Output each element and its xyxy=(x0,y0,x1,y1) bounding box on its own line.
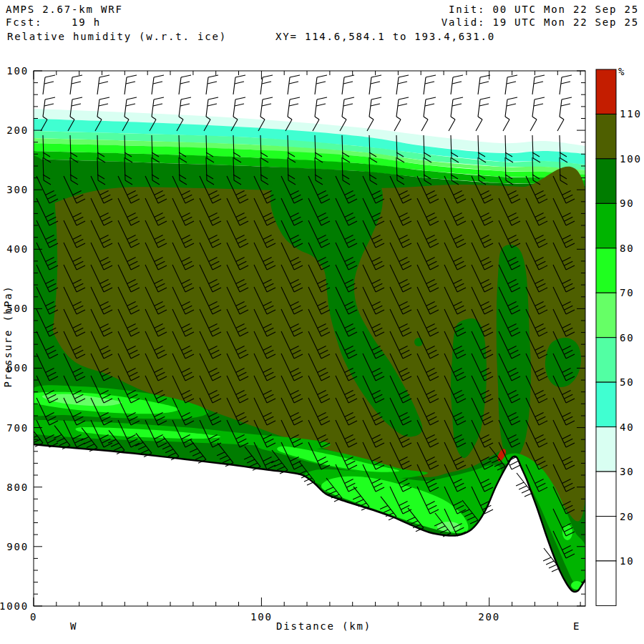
colorbar-segment xyxy=(596,338,616,382)
y-tick-label: 800 xyxy=(6,482,29,493)
colorbar-segment xyxy=(596,561,616,605)
rh-90-100-finger2 xyxy=(497,245,531,462)
east-end-label: E xyxy=(564,620,590,632)
colorbar-segment xyxy=(596,517,616,561)
colorbar-tick-label: 70 xyxy=(620,287,634,298)
colorbar-tick-label: 40 xyxy=(620,421,634,433)
colorbar-segment xyxy=(596,114,616,158)
y-tick-label: 400 xyxy=(6,243,29,255)
x-tick-label: 100 xyxy=(250,611,273,623)
colorbar-tick-label: 30 xyxy=(620,466,634,477)
y-tick-label: 700 xyxy=(6,422,29,434)
colorbar-tick-label: 90 xyxy=(620,197,634,209)
colorbar-tick-label: 50 xyxy=(620,376,634,388)
y-tick-label: 1000 xyxy=(0,600,29,612)
y-axis-title: Pressure (hPa) xyxy=(2,275,14,397)
x-tick-label: 0 xyxy=(30,611,37,623)
colorbar-tick-label: 20 xyxy=(620,511,634,522)
colorbar-tick-label: 100 xyxy=(620,153,642,165)
colorbar-segment xyxy=(596,203,616,248)
x-tick-label: 200 xyxy=(478,611,500,623)
colorbar-segment xyxy=(596,159,616,203)
rh-90-100-dot xyxy=(414,338,423,346)
y-tick-label: 100 xyxy=(6,65,29,77)
colorbar-segment xyxy=(596,69,616,114)
colorbar-tick-label: 60 xyxy=(620,332,634,343)
colorbar-segment xyxy=(596,472,616,516)
colorbar-tick-label: 110 xyxy=(620,108,642,119)
y-tick-label: 200 xyxy=(6,125,29,136)
amps-wrf-cross-section-page: AMPS 2.67-km WRF Fcst: 19 h Relative hum… xyxy=(0,0,644,644)
colorbar-tick-label: 80 xyxy=(620,243,634,254)
colorbar-segment xyxy=(596,427,616,472)
colorbar-segment xyxy=(596,293,616,337)
colorbar-tick-label: 10 xyxy=(620,555,634,567)
colorbar: 110100908070605040302010% xyxy=(596,66,642,605)
cross-section-plot: 0100200100200300400500600700800900100011… xyxy=(0,0,644,644)
colorbar-unit-label: % xyxy=(618,66,625,77)
colorbar-segment xyxy=(596,248,616,293)
x-axis-title: Distance (km) xyxy=(272,620,376,632)
y-tick-label: 900 xyxy=(6,541,29,552)
y-tick-label: 300 xyxy=(6,184,29,195)
colorbar-segment xyxy=(596,382,616,426)
west-end-label: W xyxy=(61,620,87,632)
